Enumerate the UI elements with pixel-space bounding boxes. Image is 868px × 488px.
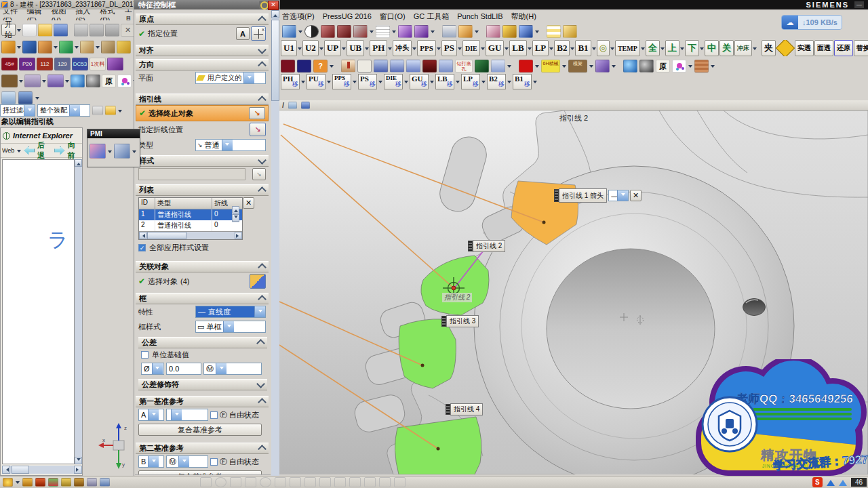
- caret-icon[interactable]: [431, 30, 435, 35]
- section-list[interactable]: 列表: [136, 184, 269, 196]
- help-block-icon[interactable]: ?: [313, 60, 328, 73]
- select-terminating-row[interactable]: ✔选择终止对象 ↘: [136, 105, 269, 121]
- line-tool-icon[interactable]: /: [282, 101, 284, 109]
- plate-lp[interactable]: LP: [532, 40, 549, 56]
- datum1-letter-dropdown[interactable]: A: [138, 409, 164, 421]
- red-block-icon[interactable]: [281, 60, 295, 73]
- move-lp-button[interactable]: LP移: [461, 74, 480, 89]
- caret-icon[interactable]: [528, 47, 532, 52]
- start-caret-icon[interactable]: [17, 29, 21, 34]
- material-chip-dc53[interactable]: DC53: [72, 58, 88, 70]
- snap-node-icon[interactable]: [87, 478, 97, 487]
- plus-icon[interactable]: [245, 477, 256, 487]
- mold-chip-icon[interactable]: [1, 75, 18, 87]
- snap-center-icon[interactable]: [61, 478, 71, 487]
- move-pps-button[interactable]: PPS移: [332, 74, 351, 89]
- caret-icon[interactable]: [342, 47, 346, 52]
- cross1-icon[interactable]: [275, 477, 286, 487]
- caret-icon[interactable]: [298, 30, 302, 35]
- punch-tool3-icon[interactable]: [406, 60, 420, 73]
- face-translucent-button[interactable]: 面透: [814, 40, 833, 56]
- flower-icon[interactable]: [117, 75, 132, 87]
- move-die-button[interactable]: DIE移: [384, 74, 403, 89]
- move-b1-button[interactable]: B1移: [513, 74, 532, 89]
- sketch-icon[interactable]: [1, 92, 16, 104]
- pilot-hole-chip[interactable]: 钻打底孔: [455, 60, 473, 73]
- snap-intersect-icon[interactable]: [48, 478, 58, 487]
- plate-pps[interactable]: PPS: [417, 40, 436, 56]
- arrow-style-mini-toolbar[interactable]: 指引线 1 箭头 — ✕: [554, 189, 642, 202]
- ie-content[interactable]: ラ: [2, 159, 75, 464]
- back-button[interactable]: 后退: [37, 140, 52, 161]
- dropdown-arrow-icon[interactable]: [152, 363, 163, 374]
- tray-triangle2-icon[interactable]: [839, 476, 847, 486]
- restore-button[interactable]: 还原: [834, 40, 853, 56]
- menu-window[interactable]: 窗口(O): [380, 12, 406, 22]
- arrow-style-dropdown[interactable]: —: [608, 190, 629, 201]
- dropdown-arrow-icon[interactable]: [243, 73, 254, 83]
- arc-center-icon[interactable]: [260, 477, 271, 487]
- dropdown-arrow-icon[interactable]: [216, 363, 226, 374]
- dropdown-arrow-icon[interactable]: [223, 321, 234, 332]
- tangent-icon[interactable]: [304, 477, 316, 487]
- caret-icon[interactable]: [570, 47, 574, 52]
- diamond-sign-icon[interactable]: [776, 40, 795, 56]
- plate-ub[interactable]: UB: [347, 40, 364, 56]
- yuan-stamp-icon[interactable]: 原: [656, 60, 670, 73]
- datum1-free-checkbox[interactable]: [210, 411, 218, 419]
- snap-quadrant-icon[interactable]: [74, 478, 84, 487]
- punch-tool2-icon[interactable]: [390, 60, 404, 73]
- leader-tag-2[interactable]: 指引线 2: [468, 241, 505, 251]
- box-tool-icon[interactable]: [101, 41, 115, 54]
- section-icon[interactable]: [353, 25, 368, 38]
- forward-button[interactable]: 向前: [68, 140, 82, 161]
- dropdown-arrow-icon[interactable]: [617, 190, 628, 201]
- snap-pole-icon[interactable]: [100, 478, 110, 487]
- caret-icon[interactable]: [688, 65, 692, 70]
- plate-b1[interactable]: B1: [575, 40, 591, 56]
- ruler-icon[interactable]: [563, 25, 577, 38]
- leader-tag-4[interactable]: 指引线 4: [446, 404, 483, 415]
- block-tool-icon[interactable]: [80, 41, 94, 54]
- mold-base-icon[interactable]: [24, 75, 41, 87]
- plate-gu[interactable]: GU: [486, 40, 505, 56]
- die-bar-icon[interactable]: [422, 60, 437, 73]
- position-picker-button[interactable]: x: [251, 26, 266, 41]
- caret-icon[interactable]: [562, 65, 566, 70]
- caret-icon[interactable]: [535, 30, 539, 35]
- plate-punch[interactable]: 冲头: [393, 40, 412, 56]
- section-orientation[interactable]: 方向: [136, 59, 269, 70]
- dialog-scrollbar[interactable]: [271, 10, 279, 488]
- section-origin[interactable]: 原点: [136, 14, 269, 25]
- drag-handle-icon[interactable]: [446, 404, 450, 415]
- plate-lb[interactable]: LB: [509, 40, 526, 56]
- cube-icon[interactable]: [301, 102, 310, 109]
- caret-icon[interactable]: [388, 47, 392, 52]
- press-button[interactable]: 冲床: [734, 40, 752, 56]
- tray-triangle-icon[interactable]: [827, 476, 835, 486]
- paste-icon[interactable]: [105, 24, 119, 37]
- cut-icon[interactable]: [74, 24, 88, 37]
- double-line-icon[interactable]: [547, 25, 561, 38]
- brick-icon[interactable]: [694, 60, 709, 73]
- style-add-button[interactable]: ↘: [252, 168, 266, 180]
- table-header[interactable]: ID 类型 折线: [139, 198, 242, 209]
- caret-icon[interactable]: [458, 47, 462, 52]
- pmi-dimension-icon[interactable]: [90, 144, 106, 159]
- section-datum1[interactable]: 第一基准参考: [136, 396, 269, 407]
- menu-insert[interactable]: 插入(S): [75, 9, 95, 20]
- table-row[interactable]: 1 普通指引线 0: [139, 209, 242, 220]
- caret-icon[interactable]: [535, 65, 539, 70]
- caret-icon[interactable]: [330, 65, 334, 70]
- ime-logo-icon[interactable]: S: [812, 477, 823, 487]
- point-snap-icon[interactable]: [379, 477, 391, 487]
- plate-u1[interactable]: U1: [281, 40, 297, 56]
- caret-icon[interactable]: [370, 30, 374, 35]
- guide-pin-icon[interactable]: [491, 60, 505, 73]
- caret-icon[interactable]: [392, 30, 396, 35]
- menu-edit[interactable]: 编辑(E): [26, 9, 46, 20]
- caret-icon[interactable]: [298, 47, 302, 52]
- caret-icon[interactable]: [475, 30, 479, 35]
- caret-icon[interactable]: [327, 81, 331, 85]
- caret-icon[interactable]: [549, 47, 553, 52]
